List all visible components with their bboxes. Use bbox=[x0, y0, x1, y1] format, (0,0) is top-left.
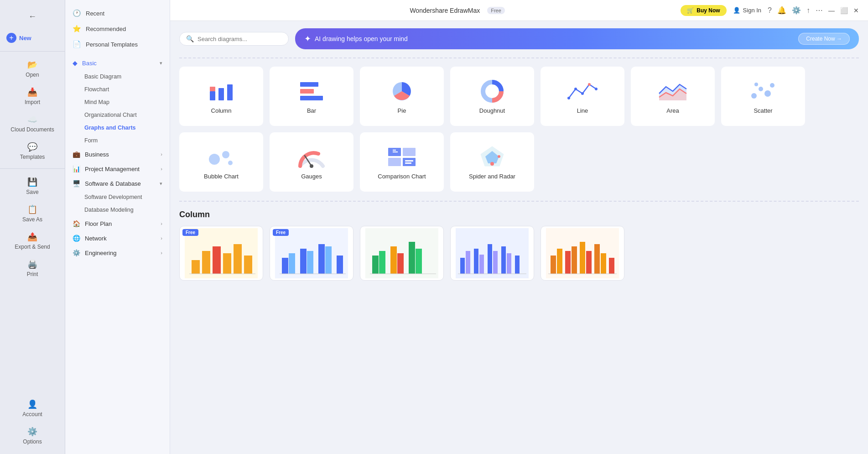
template-card-2[interactable]: Free bbox=[270, 226, 353, 281]
buy-now-button[interactable]: 🛒 Buy Now bbox=[681, 5, 726, 16]
sw-dev-label: Software Development bbox=[84, 194, 142, 200]
db-model-label: Database Modeling bbox=[84, 207, 134, 213]
sub-mind-map[interactable]: Mind Map bbox=[65, 96, 170, 109]
back-button[interactable]: ← bbox=[24, 8, 41, 25]
sub-basic-diagram[interactable]: Basic Diagram bbox=[65, 70, 170, 83]
settings-icon[interactable]: ⚙️ bbox=[792, 6, 801, 15]
svg-rect-71 bbox=[507, 253, 511, 274]
category-business[interactable]: 💼 Business › bbox=[65, 147, 170, 162]
business-label: Business bbox=[85, 151, 109, 158]
maximize-button[interactable]: ⬜ bbox=[840, 7, 848, 14]
title-right: 🛒 Buy Now 👤 Sign In ? 🔔 ⚙️ ↑ ⋯ — ⬜ ✕ bbox=[681, 5, 859, 16]
sidebar-item-save[interactable]: 💾 Save bbox=[0, 172, 65, 200]
new-button[interactable]: + New bbox=[0, 28, 65, 47]
svg-point-9 bbox=[567, 97, 570, 99]
print-label: Print bbox=[27, 271, 38, 277]
sub-db-model[interactable]: Database Modeling bbox=[65, 204, 170, 216]
search-box[interactable]: 🔍 bbox=[179, 32, 289, 46]
sidebar-wide: 🕐 Recent ⭐ Recommended 📄 Personal Templa… bbox=[65, 0, 170, 454]
recent-icon: 🕐 bbox=[73, 9, 81, 17]
sidebar-item-import[interactable]: 📥 Import bbox=[0, 83, 65, 110]
form-label: Form bbox=[84, 137, 98, 144]
chart-type-line[interactable]: Line bbox=[541, 67, 624, 126]
chart-type-pie[interactable]: Pie bbox=[360, 67, 444, 126]
chart-type-grid: Column Bar bbox=[179, 67, 859, 192]
sub-sw-dev[interactable]: Software Development bbox=[65, 191, 170, 204]
recommended-label: Recommended bbox=[86, 26, 126, 32]
area-label: Area bbox=[666, 107, 679, 114]
sign-in-button[interactable]: 👤 Sign In bbox=[733, 7, 761, 14]
chart-type-spider[interactable]: Spider and Radar bbox=[450, 132, 534, 192]
sub-graphs-charts[interactable]: Graphs and Charts bbox=[65, 121, 170, 134]
chart-type-column[interactable]: Column bbox=[179, 67, 263, 126]
category-network[interactable]: 🌐 Network › bbox=[65, 231, 170, 245]
engineering-icon: ⚙️ bbox=[73, 249, 80, 256]
sidebar-item-templates[interactable]: 💬 Templates bbox=[0, 137, 65, 165]
sidebar-item-export[interactable]: 📤 Export & Send bbox=[0, 227, 65, 255]
svg-rect-70 bbox=[501, 246, 506, 274]
sidebar-item-personal[interactable]: 📄 Personal Templates bbox=[65, 37, 170, 52]
template-card-1[interactable]: Free bbox=[179, 226, 263, 281]
template-preview-4 bbox=[451, 226, 534, 280]
area-chart-icon bbox=[657, 78, 689, 104]
template-card-4[interactable] bbox=[450, 226, 534, 281]
svg-rect-4 bbox=[300, 82, 318, 87]
svg-rect-69 bbox=[493, 251, 498, 274]
search-input[interactable] bbox=[198, 36, 282, 42]
import-label: Import bbox=[25, 99, 40, 105]
template-card-5[interactable] bbox=[541, 226, 624, 281]
sidebar-item-open[interactable]: 📂 Open bbox=[0, 55, 65, 83]
template-card-3[interactable] bbox=[360, 226, 444, 281]
chart-type-doughnut[interactable]: Doughnut bbox=[450, 67, 534, 126]
more-icon[interactable]: ⋯ bbox=[816, 6, 823, 15]
line-label: Line bbox=[577, 107, 588, 114]
sub-flowchart[interactable]: Flowchart bbox=[65, 83, 170, 96]
bubble-label: Bubble Chart bbox=[204, 173, 239, 180]
sidebar-item-print[interactable]: 🖨️ Print bbox=[0, 255, 65, 282]
search-icon: 🔍 bbox=[186, 35, 194, 42]
help-icon[interactable]: ? bbox=[768, 6, 772, 15]
svg-point-10 bbox=[574, 88, 577, 90]
chart-type-bar[interactable]: Bar bbox=[270, 67, 353, 126]
sidebar-item-options[interactable]: ⚙️ Options bbox=[0, 422, 65, 449]
template-preview-5 bbox=[541, 226, 624, 280]
category-software-db[interactable]: 🖥️ Software & Database ▾ bbox=[65, 176, 170, 191]
sub-org-chart[interactable]: Organizational Chart bbox=[65, 109, 170, 121]
svg-rect-68 bbox=[488, 244, 492, 274]
sidebar-item-cloud[interactable]: ☁️ Cloud Documents bbox=[0, 110, 65, 137]
svg-rect-80 bbox=[586, 251, 592, 274]
category-floor-plan[interactable]: 🏠 Floor Plan › bbox=[65, 216, 170, 231]
category-project[interactable]: 📊 Project Management › bbox=[65, 162, 170, 176]
chart-type-bubble[interactable]: Bubble Chart bbox=[179, 132, 263, 192]
sidebar-item-recommended[interactable]: ⭐ Recommended bbox=[65, 21, 170, 37]
content-area: 🔍 ✦ AI drawing helps open your mind Crea… bbox=[170, 21, 868, 454]
sidebar-item-account[interactable]: 👤 Account bbox=[0, 395, 65, 422]
personal-icon: 📄 bbox=[73, 40, 81, 48]
category-engineering[interactable]: ⚙️ Engineering › bbox=[65, 245, 170, 260]
create-now-button[interactable]: Create Now → bbox=[798, 33, 850, 45]
scatter-chart-icon bbox=[747, 78, 779, 104]
sidebar-item-save-as[interactable]: 📋 Save As bbox=[0, 200, 65, 227]
svg-rect-50 bbox=[307, 251, 313, 274]
chart-type-comparison[interactable]: Comparison Chart bbox=[360, 132, 444, 192]
category-basic[interactable]: ◆ Basic ▾ bbox=[65, 56, 170, 70]
sidebar-item-recent[interactable]: 🕐 Recent bbox=[65, 5, 170, 21]
new-plus-icon: + bbox=[6, 33, 16, 43]
network-icon: 🌐 bbox=[73, 235, 80, 242]
notification-icon[interactable]: 🔔 bbox=[777, 6, 786, 15]
svg-rect-48 bbox=[289, 253, 295, 274]
sub-form[interactable]: Form bbox=[65, 134, 170, 147]
chart-type-scatter[interactable]: Scatter bbox=[721, 67, 805, 126]
svg-point-36 bbox=[490, 162, 494, 166]
svg-rect-33 bbox=[405, 162, 411, 164]
share-icon[interactable]: ↑ bbox=[806, 6, 810, 15]
chart-type-gauges[interactable]: Gauges bbox=[270, 132, 353, 192]
options-icon: ⚙️ bbox=[27, 427, 37, 437]
svg-rect-40 bbox=[202, 251, 210, 274]
pie-label: Pie bbox=[398, 107, 406, 114]
close-button[interactable]: ✕ bbox=[853, 7, 859, 14]
svg-point-23 bbox=[228, 161, 233, 165]
chart-type-area[interactable]: Area bbox=[631, 67, 715, 126]
save-icon: 💾 bbox=[27, 177, 37, 187]
minimize-button[interactable]: — bbox=[828, 7, 835, 14]
